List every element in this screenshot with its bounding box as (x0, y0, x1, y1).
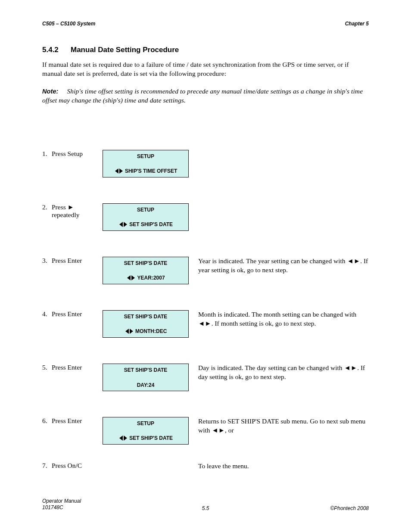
step-label: Press On/C (52, 462, 103, 470)
step-description: To leave the menu. (198, 462, 371, 471)
step-label: Press Enter (52, 417, 103, 425)
footer-page-number: 5.5 (202, 505, 209, 511)
note-spacer (60, 87, 65, 95)
lcd-line2-text: DAY:24 (137, 382, 155, 388)
note-label: Note: (42, 88, 59, 95)
page: C505 – C5100 System Chapter 5 5.4.2 Manu… (0, 0, 411, 532)
step-number: 1. (42, 150, 47, 158)
note-body: Ship's time offset setting is recommende… (42, 87, 363, 104)
lcd-line1: SET SHIP'S DATE (103, 367, 188, 373)
lcd-line1: SETUP (103, 207, 188, 213)
footer-left-line2: 101748C (42, 504, 81, 511)
step-number: 6. (42, 417, 47, 425)
lcd-line2-text: MONTH:DEC (135, 328, 167, 334)
note: Note: Ship's time offset setting is reco… (42, 87, 368, 105)
lcd-panel: SETUP SET SHIP'S DATE (103, 417, 189, 445)
lcd-panel: SET SHIP'S DATE YEAR:2007 (103, 257, 189, 284)
header-right: Chapter 5 (345, 21, 369, 27)
section-title: Manual Date Setting Procedure (71, 46, 179, 54)
step-label: Press Enter (52, 257, 103, 264)
footer-left-line1: Operator Manual (42, 498, 81, 505)
lcd-line1: SETUP (103, 153, 188, 159)
lcd-line2: SET SHIP'S DATE (103, 435, 188, 442)
lcd-line2-text: SET SHIP'S DATE (129, 435, 173, 441)
step-description: Year is indicated. The year setting can … (198, 257, 371, 275)
step-number: 7. (42, 462, 47, 470)
section-number: 5.4.2 (42, 46, 59, 54)
step-label: Press Setup (52, 150, 103, 158)
lcd-line2: SHIP'S TIME OFFSET (103, 168, 188, 174)
lcd-panel: SET SHIP'S DATE DAY:24 (103, 364, 189, 391)
step-description: Returns to SET SHIP'S DATE sub menu. Go … (198, 417, 371, 435)
header-left: C505 – C5100 System (42, 21, 95, 27)
lcd-line2-text: SHIP'S TIME OFFSET (125, 168, 177, 174)
lcd-line2: MONTH:DEC (103, 328, 188, 335)
lcd-line2-text: SET SHIP'S DATE (129, 221, 173, 227)
arrow-left-right-icon (119, 436, 127, 441)
step-description: Day is indicated. The day setting can be… (198, 364, 371, 382)
lcd-line2: SET SHIP'S DATE (103, 221, 188, 228)
step-description: Month is indicated. The month setting ca… (198, 310, 371, 328)
section-body: If manual date set is required due to a … (42, 60, 368, 105)
arrow-left-right-icon (119, 222, 127, 227)
lcd-line1: SET SHIP'S DATE (103, 260, 188, 266)
footer-right: ©Phontech 2008 (330, 505, 369, 511)
lcd-panel: SET SHIP'S DATE MONTH:DEC (103, 310, 189, 338)
arrow-left-right-icon (127, 275, 135, 280)
lcd-line2: DAY:24 (103, 382, 188, 388)
arrow-left-right-icon (115, 168, 123, 174)
lcd-panel: SETUP SHIP'S TIME OFFSET (103, 150, 189, 177)
step-number: 3. (42, 257, 47, 264)
lcd-line1: SETUP (103, 420, 188, 426)
footer-left: Operator Manual 101748C (42, 498, 81, 511)
step-number: 2. (42, 203, 47, 211)
step-number: 5. (42, 364, 47, 371)
lcd-panel: SETUP SET SHIP'S DATE (103, 203, 189, 231)
step-label: Press ► repeatedly (52, 203, 103, 219)
lcd-line1: SET SHIP'S DATE (103, 314, 188, 320)
lcd-line2-text: YEAR:2007 (137, 275, 165, 281)
arrow-left-right-icon (125, 329, 133, 334)
intro-paragraph: If manual date set is required due to a … (42, 60, 368, 78)
step-label: Press Enter (52, 364, 103, 371)
lcd-line2: YEAR:2007 (103, 275, 188, 281)
step-label: Press Enter (52, 310, 103, 318)
step-number: 4. (42, 310, 47, 318)
